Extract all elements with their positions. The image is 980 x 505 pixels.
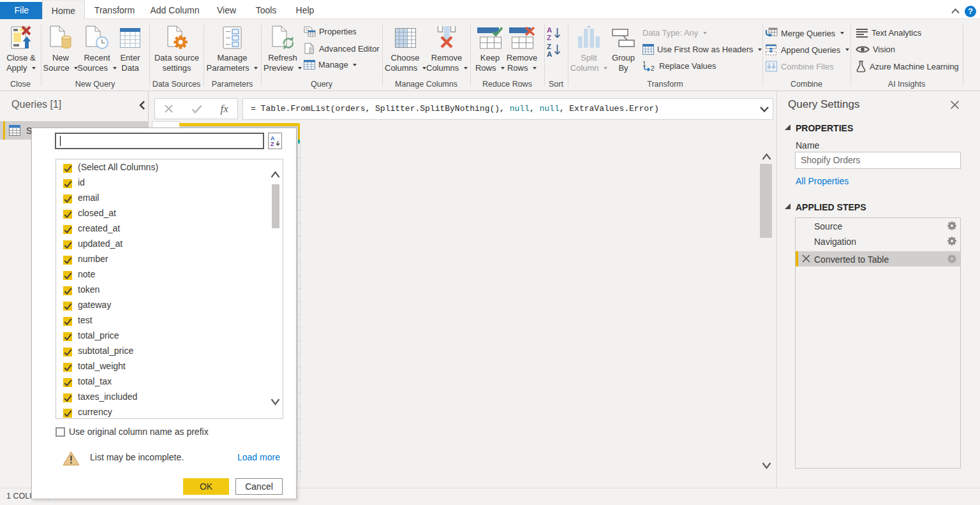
svg-text:2: 2 [651, 65, 655, 71]
svg-text:Z: Z [547, 34, 551, 41]
svg-text:Z: Z [271, 141, 274, 147]
svg-text:A: A [547, 50, 552, 57]
svg-text:Z: Z [547, 43, 551, 50]
svg-text:A: A [547, 26, 552, 34]
